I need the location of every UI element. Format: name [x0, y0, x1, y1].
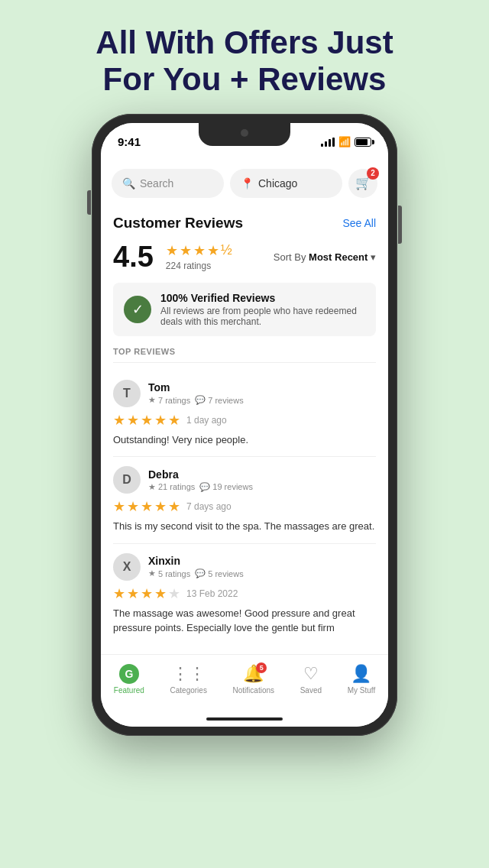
nav-label-categories: Categories	[170, 686, 207, 695]
meta-reviews: 💬 7 reviews	[195, 395, 243, 405]
location-input[interactable]: 📍 Chicago	[230, 169, 342, 198]
verified-text: 100% Verified Reviews All reviews are fr…	[160, 292, 365, 327]
star-4: ★	[207, 242, 219, 259]
status-bar: 9:41 📶	[101, 123, 388, 161]
rating-value: 4.5	[113, 241, 154, 274]
rating-summary: 4.5 ★ ★ ★ ★ ½ 224 ratings Sort By Most R…	[113, 241, 376, 274]
review-item: D Debra ★ 21 ratings 💬 19 reviews	[113, 457, 376, 544]
reviewer-name: Xinxin	[148, 555, 376, 567]
home-indicator	[101, 713, 388, 727]
avatar: X	[113, 553, 141, 581]
camera	[241, 129, 248, 137]
cart-button[interactable]: 🛒 2	[348, 169, 377, 198]
heart-icon: ♡	[303, 664, 319, 684]
person-icon: 👤	[351, 664, 371, 684]
star-2: ★	[180, 242, 192, 259]
notch	[199, 123, 290, 146]
rating-count: 224 ratings	[166, 261, 232, 271]
review-item: T Tom ★ 7 ratings 💬 7 reviews	[113, 371, 376, 458]
meta-ratings: ★ 7 ratings	[148, 395, 190, 405]
location-pin-icon: 📍	[241, 177, 254, 189]
categories-icon: ⋮⋮	[172, 664, 206, 684]
notifications-dot: 5	[256, 662, 267, 673]
nav-label-my-stuff: My Stuff	[348, 686, 376, 695]
review-date: 13 Feb 2022	[186, 588, 238, 599]
nav-item-notifications[interactable]: 🔔 5 Notifications	[224, 661, 283, 698]
chevron-down-icon: ▾	[371, 251, 376, 263]
reviewer-name: Debra	[148, 468, 376, 481]
nav-label-featured: Featured	[114, 686, 144, 695]
review-stars-row: ★ ★ ★ ★ ★ 7 days ago	[113, 498, 376, 515]
review-text: This is my second visit to the spa. The …	[113, 519, 376, 534]
reviewer-meta: ★ 7 ratings 💬 7 reviews	[148, 395, 376, 405]
home-bar	[206, 717, 283, 721]
meta-reviews: 💬 5 reviews	[195, 568, 243, 578]
star-1: ★	[166, 242, 178, 259]
star-icon: ★	[148, 568, 156, 578]
hero-title: All With Offers Just For You + Reviews	[65, 0, 423, 114]
review-date: 1 day ago	[186, 415, 227, 426]
cart-badge: 2	[367, 167, 379, 180]
reviewer-info: Xinxin ★ 5 ratings 💬 5 reviews	[148, 555, 376, 578]
verified-icon: ✓	[124, 296, 151, 323]
chat-icon: 💬	[195, 395, 206, 405]
featured-icon: G	[119, 664, 139, 684]
star-icon: ★	[148, 482, 156, 492]
location-text: Chicago	[258, 177, 297, 189]
nav-item-categories[interactable]: ⋮⋮ Categories	[161, 661, 216, 698]
wifi-icon: 📶	[338, 136, 351, 147]
bottom-nav: G Featured ⋮⋮ Categories 🔔 5 Notificatio…	[101, 654, 388, 713]
notifications-badge: 🔔 5	[243, 664, 264, 684]
review-text: Outstanding! Very nice people.	[113, 432, 376, 448]
search-text: Search	[140, 177, 173, 189]
reviewer-meta: ★ 21 ratings 💬 19 reviews	[148, 482, 376, 492]
star-icon: ★	[148, 395, 156, 405]
review-stars-row: ★ ★ ★ ★ ★ 13 Feb 2022	[113, 585, 376, 602]
top-reviews-label: TOP REVIEWS	[113, 347, 376, 363]
review-stars: ★ ★ ★ ★ ★	[113, 585, 180, 602]
search-bar-row: 🔍 Search 📍 Chicago 🛒 2	[101, 161, 388, 206]
reviewer-meta: ★ 5 ratings 💬 5 reviews	[148, 568, 376, 578]
reviewer-header: X Xinxin ★ 5 ratings 💬 5 reviews	[113, 553, 376, 581]
stars-row: ★ ★ ★ ★ ½	[166, 242, 232, 259]
content-area: Customer Reviews See All 4.5 ★ ★ ★ ★ ½ 2…	[101, 206, 388, 654]
phone-device: 9:41 📶 🔍 Search 📍	[92, 114, 397, 736]
nav-item-featured[interactable]: G Featured	[105, 661, 154, 698]
reviewer-info: Debra ★ 21 ratings 💬 19 reviews	[148, 468, 376, 492]
section-title: Customer Reviews	[113, 215, 243, 232]
meta-ratings: ★ 5 ratings	[148, 568, 190, 578]
avatar: T	[113, 380, 141, 407]
nav-label-notifications: Notifications	[233, 686, 274, 695]
reviewer-header: D Debra ★ 21 ratings 💬 19 reviews	[113, 466, 376, 494]
status-icons: 📶	[321, 136, 371, 147]
review-text: The massage was awesome! Good pressure a…	[113, 606, 376, 636]
review-stars-row: ★ ★ ★ ★ ★ 1 day ago	[113, 412, 376, 429]
nav-item-saved[interactable]: ♡ Saved	[291, 661, 331, 698]
review-stars: ★ ★ ★ ★ ★	[113, 498, 180, 515]
review-item: X Xinxin ★ 5 ratings 💬 5 reviews	[113, 544, 376, 645]
status-time: 9:41	[118, 135, 141, 148]
rating-stars-count: ★ ★ ★ ★ ½ 224 ratings	[166, 242, 232, 271]
search-icon: 🔍	[122, 177, 135, 189]
search-input[interactable]: 🔍 Search	[112, 169, 224, 198]
reviewer-name: Tom	[148, 381, 376, 394]
signal-icon	[321, 138, 335, 147]
chat-icon: 💬	[195, 568, 206, 578]
battery-icon	[355, 138, 371, 147]
nav-item-my-stuff[interactable]: 👤 My Stuff	[338, 661, 385, 698]
phone-screen: 9:41 📶 🔍 Search 📍	[101, 123, 388, 727]
reviewer-header: T Tom ★ 7 ratings 💬 7 reviews	[113, 380, 376, 407]
avatar: D	[113, 466, 141, 494]
section-header: Customer Reviews See All	[113, 215, 376, 232]
reviewer-info: Tom ★ 7 ratings 💬 7 reviews	[148, 381, 376, 405]
chat-icon: 💬	[199, 482, 210, 492]
star-half: ½	[221, 242, 232, 259]
nav-label-saved: Saved	[300, 686, 322, 695]
verified-banner: ✓ 100% Verified Reviews All reviews are …	[113, 283, 376, 336]
meta-reviews: 💬 19 reviews	[199, 482, 253, 492]
meta-ratings: ★ 21 ratings	[148, 482, 195, 492]
sort-by[interactable]: Sort By Most Recent ▾	[274, 251, 376, 263]
see-all-link[interactable]: See All	[342, 217, 376, 229]
review-stars: ★ ★ ★ ★ ★	[113, 412, 180, 429]
star-3: ★	[193, 242, 206, 259]
